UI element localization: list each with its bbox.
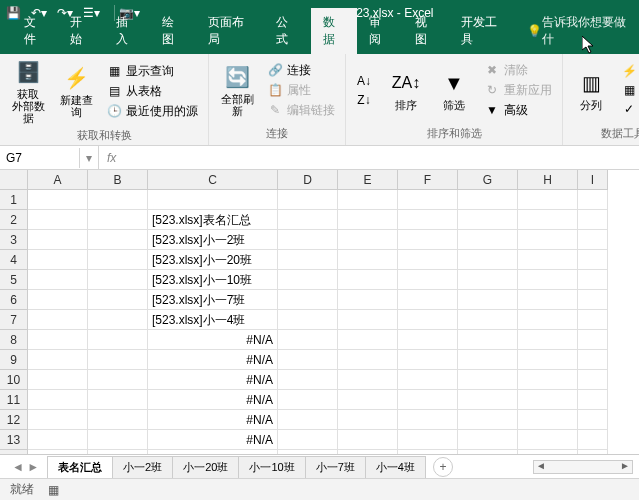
cell[interactable]	[88, 430, 148, 450]
tab-draw[interactable]: 绘图	[150, 8, 196, 54]
cell[interactable]	[28, 310, 88, 330]
cell[interactable]	[398, 290, 458, 310]
cell[interactable]: [523.xlsx]表名汇总	[148, 210, 278, 230]
tab-formulas[interactable]: 公式	[264, 8, 310, 54]
cell[interactable]	[578, 350, 608, 370]
row-header[interactable]: 7	[0, 310, 28, 330]
row-header[interactable]: 8	[0, 330, 28, 350]
data-validation-button[interactable]: ✓	[617, 100, 639, 118]
cell[interactable]	[398, 210, 458, 230]
cell[interactable]	[338, 270, 398, 290]
cell[interactable]	[28, 250, 88, 270]
tab-file[interactable]: 文件	[12, 8, 58, 54]
cell[interactable]	[458, 370, 518, 390]
column-header[interactable]: B	[88, 170, 148, 190]
cell[interactable]	[278, 250, 338, 270]
cell[interactable]	[28, 210, 88, 230]
tab-insert[interactable]: 插入	[104, 8, 150, 54]
cell[interactable]	[88, 290, 148, 310]
cell[interactable]	[578, 270, 608, 290]
show-queries-button[interactable]: ▦显示查询	[102, 62, 202, 81]
cell[interactable]	[338, 230, 398, 250]
sheet-tab[interactable]: 小一7班	[305, 456, 366, 478]
cell[interactable]	[578, 290, 608, 310]
cell[interactable]	[28, 270, 88, 290]
sheet-tab[interactable]: 小一2班	[112, 456, 173, 478]
cell[interactable]	[338, 350, 398, 370]
cell[interactable]	[278, 390, 338, 410]
cell[interactable]	[398, 250, 458, 270]
remove-duplicates-button[interactable]: ▦	[617, 81, 639, 99]
row-header[interactable]: 4	[0, 250, 28, 270]
recent-sources-button[interactable]: 🕒最近使用的源	[102, 102, 202, 121]
column-header[interactable]: I	[578, 170, 608, 190]
cell[interactable]	[518, 410, 578, 430]
tab-developer[interactable]: 开发工具	[449, 8, 517, 54]
cell[interactable]	[518, 230, 578, 250]
cell[interactable]	[278, 270, 338, 290]
cell[interactable]	[578, 310, 608, 330]
cell[interactable]	[28, 290, 88, 310]
cell[interactable]	[338, 210, 398, 230]
cell[interactable]	[578, 390, 608, 410]
refresh-all-button[interactable]: 🔄全部刷新	[215, 61, 259, 119]
sheet-nav[interactable]: ◄ ►	[4, 460, 47, 474]
sort-desc-button[interactable]: Z↓	[352, 91, 380, 109]
cell[interactable]	[518, 330, 578, 350]
cell[interactable]	[578, 330, 608, 350]
cell[interactable]	[518, 430, 578, 450]
cell[interactable]	[398, 430, 458, 450]
cell[interactable]	[518, 190, 578, 210]
cell[interactable]	[338, 250, 398, 270]
row-header[interactable]: 13	[0, 430, 28, 450]
cell[interactable]	[88, 190, 148, 210]
name-box[interactable]	[0, 148, 80, 168]
cell[interactable]	[458, 190, 518, 210]
cell[interactable]	[28, 330, 88, 350]
cell[interactable]	[518, 290, 578, 310]
cell[interactable]	[458, 350, 518, 370]
text-to-columns-button[interactable]: ▥分列	[569, 67, 613, 113]
cell[interactable]	[338, 190, 398, 210]
macro-icon[interactable]: ▦	[48, 483, 59, 497]
cell[interactable]	[458, 210, 518, 230]
tab-view[interactable]: 视图	[403, 8, 449, 54]
column-header[interactable]: C	[148, 170, 278, 190]
cell[interactable]	[398, 230, 458, 250]
cell[interactable]: #N/A	[148, 430, 278, 450]
cell[interactable]: [523.xlsx]小一10班	[148, 270, 278, 290]
cell[interactable]	[88, 330, 148, 350]
sheet-tab[interactable]: 小一20班	[172, 456, 239, 478]
cell[interactable]	[338, 290, 398, 310]
cell[interactable]	[398, 310, 458, 330]
row-header[interactable]: 6	[0, 290, 28, 310]
column-header[interactable]: G	[458, 170, 518, 190]
cell[interactable]	[278, 290, 338, 310]
get-external-data-button[interactable]: 🗄️获取 外部数据	[6, 56, 50, 126]
row-header[interactable]: 11	[0, 390, 28, 410]
cell[interactable]	[458, 250, 518, 270]
connections-button[interactable]: 🔗连接	[263, 61, 339, 80]
cell[interactable]	[88, 210, 148, 230]
row-header[interactable]: 10	[0, 370, 28, 390]
flash-fill-button[interactable]: ⚡	[617, 62, 639, 80]
cell[interactable]	[398, 410, 458, 430]
cell[interactable]: [523.xlsx]小一20班	[148, 250, 278, 270]
cell[interactable]	[278, 410, 338, 430]
fx-icon[interactable]: fx	[99, 151, 124, 165]
cell[interactable]	[278, 230, 338, 250]
cell[interactable]	[338, 330, 398, 350]
filter-button[interactable]: ▼筛选	[432, 67, 476, 113]
row-header[interactable]: 1	[0, 190, 28, 210]
cell[interactable]	[398, 390, 458, 410]
cell[interactable]	[398, 350, 458, 370]
horizontal-scroll[interactable]	[453, 460, 639, 474]
cell[interactable]	[518, 350, 578, 370]
cell[interactable]	[458, 390, 518, 410]
cell[interactable]	[458, 270, 518, 290]
cell[interactable]: #N/A	[148, 350, 278, 370]
cell[interactable]	[28, 230, 88, 250]
cell[interactable]	[278, 350, 338, 370]
column-header[interactable]: A	[28, 170, 88, 190]
select-all-corner[interactable]	[0, 170, 28, 190]
